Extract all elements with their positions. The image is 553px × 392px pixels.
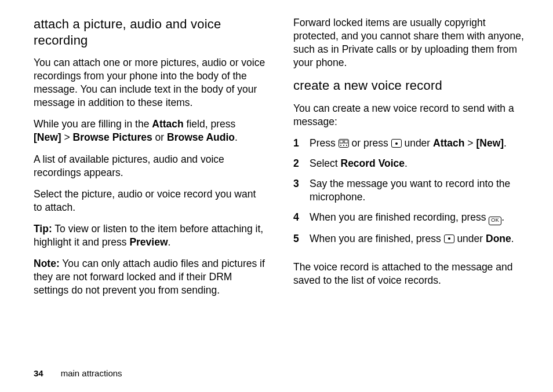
- page-footer: 34main attractions: [34, 368, 122, 378]
- label-record-voice: Record Voice: [341, 157, 405, 169]
- text: field, press: [184, 118, 235, 130]
- para-select: Select the picture, audio or voice recor…: [34, 188, 265, 214]
- para-tip: Tip: To view or listen to the item befor…: [34, 222, 265, 249]
- text: .: [168, 236, 171, 248]
- step-4: When you are finished recording, press O…: [293, 211, 525, 225]
- label-preview: Preview: [129, 236, 168, 248]
- para-forward-locked: Forward locked items are usually copyrig…: [293, 16, 525, 69]
- label-attach: Attach: [433, 137, 464, 149]
- text: or: [152, 131, 167, 143]
- text: .: [235, 131, 238, 143]
- label-done: Done: [486, 233, 511, 244]
- page-number: 34: [34, 368, 43, 378]
- text: Select: [310, 157, 341, 169]
- text: under: [454, 233, 486, 244]
- section-name: main attractions: [61, 368, 122, 378]
- ok-key-icon: OK: [489, 217, 501, 225]
- label-new: [New]: [34, 131, 61, 143]
- label-browse-pictures: Browse Pictures: [73, 131, 152, 143]
- text: .: [511, 233, 514, 244]
- text: .: [504, 137, 507, 149]
- note-label: Note:: [34, 258, 60, 269]
- text: You can only attach audio files and pict…: [34, 258, 265, 296]
- text: .: [501, 211, 504, 223]
- para-note: Note: You can only attach audio files an…: [34, 257, 265, 297]
- text: When you are finished, press: [310, 233, 444, 244]
- label-new: [New]: [476, 137, 504, 149]
- label-browse-audio: Browse Audio: [167, 131, 235, 143]
- menu-key-icon: [339, 139, 349, 148]
- svg-point-2: [340, 145, 341, 146]
- para-list-appears: A list of available pictures, audio and …: [34, 153, 265, 179]
- step-2: Select Record Voice.: [293, 157, 525, 170]
- left-column: attach a picture, audio and voice record…: [34, 16, 265, 357]
- text: or press: [349, 137, 391, 149]
- dot-key-icon: [444, 235, 454, 243]
- label-attach: Attach: [152, 118, 183, 130]
- svg-rect-0: [340, 140, 343, 143]
- text: Press: [310, 137, 339, 149]
- tip-label: Tip:: [34, 223, 52, 235]
- page-columns: attach a picture, audio and voice record…: [34, 16, 525, 357]
- text: .: [405, 157, 408, 169]
- step-5: When you are finished, press under Done.: [293, 232, 525, 246]
- para-instruction: While you are filling in the Attach fiel…: [34, 118, 265, 144]
- text: While you are filling in the: [34, 118, 152, 130]
- dot-key-icon: [391, 139, 402, 148]
- step-1: Press or press under Attach > [New].: [293, 137, 525, 150]
- step-3: Say the message you want to record into …: [293, 177, 525, 204]
- svg-point-4: [346, 145, 347, 146]
- svg-point-3: [343, 145, 344, 146]
- heading-create-voice: create a new voice record: [293, 78, 525, 94]
- text: under: [402, 137, 433, 149]
- para-voice-end: The voice record is attached to the mess…: [293, 261, 525, 287]
- para-intro: You can attach one or more pictures, aud…: [34, 56, 265, 109]
- text: When you are finished recording, press: [310, 211, 489, 223]
- heading-attach: attach a picture, audio and voice record…: [34, 16, 265, 48]
- steps-list: Press or press under Attach > [New]. Sel…: [293, 137, 525, 252]
- text: >: [61, 131, 73, 143]
- svg-rect-1: [344, 140, 348, 143]
- para-voice-intro: You can create a new voice record to sen…: [293, 102, 525, 129]
- right-column: Forward locked items are usually copyrig…: [293, 16, 525, 357]
- text: >: [465, 137, 476, 149]
